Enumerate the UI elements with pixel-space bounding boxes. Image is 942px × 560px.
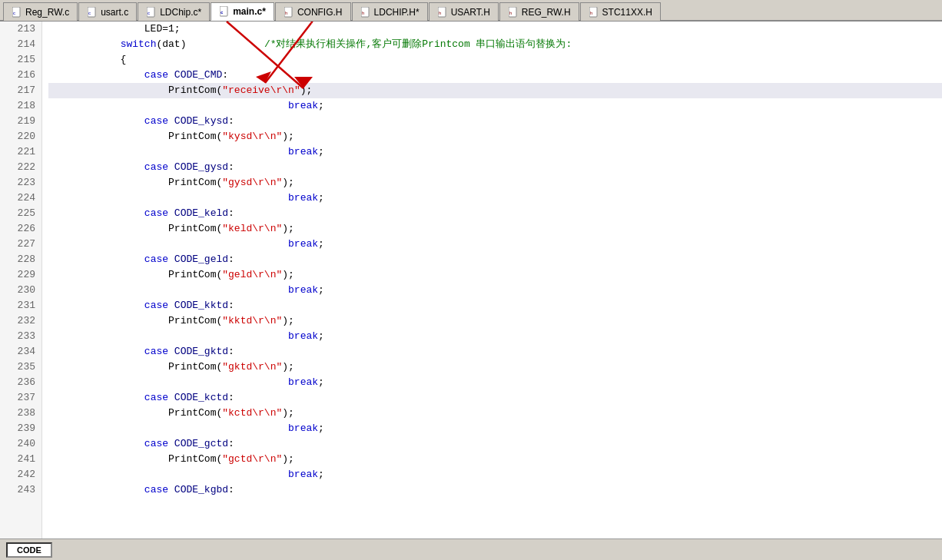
line-number: 216 (0, 68, 41, 83)
tab-usart_c[interactable]: cusart.c (78, 2, 137, 21)
code-line: PrintCom("kysd\r\n"); (48, 129, 942, 144)
line-number: 225 (0, 206, 41, 221)
code-line: case CODE_gktd: (48, 344, 942, 360)
svg-text:h: h (285, 11, 287, 15)
line-number: 234 (0, 344, 41, 360)
code-line: LED=1; (48, 22, 942, 37)
line-numbers: 2132142152162172182192202212222232242252… (0, 22, 42, 560)
tab-CONFIG_H[interactable]: hCONFIG.H (275, 2, 351, 21)
code-content[interactable]: LED=1; switch(dat) /*对结果执行相关操作,客户可删除Prin… (42, 22, 942, 560)
code-line: case CODE_kctd: (48, 390, 942, 406)
code-line: break; (48, 191, 942, 206)
h-file-icon: h (284, 7, 294, 18)
editor: 2132142152162172182192202212222232242252… (0, 22, 942, 560)
tab-label: LDChip.c* (160, 7, 201, 18)
code-line: { (48, 52, 942, 68)
line-number: 230 (0, 283, 41, 298)
tab-REG_RW_H[interactable]: hREG_RW.H (499, 2, 579, 21)
line-number: 220 (0, 129, 41, 144)
code-line: case CODE_gctd: (48, 436, 942, 452)
code-line: break; (48, 467, 942, 482)
code-line: case CODE_kysd: (48, 114, 942, 129)
code-line: break; (48, 144, 942, 160)
code-line: break; (48, 283, 942, 298)
h-file-icon: h (437, 7, 448, 18)
line-number: 227 (0, 237, 41, 252)
code-line: PrintCom("gktd\r\n"); (48, 360, 942, 375)
line-number: 236 (0, 375, 41, 390)
line-number: 239 (0, 421, 41, 436)
c-file-icon: c (146, 7, 157, 18)
code-line: case CODE_geld: (48, 252, 942, 267)
line-number: 219 (0, 114, 41, 129)
c-file-icon: c (219, 6, 230, 17)
tab-LDCHIP_H_[interactable]: hLDCHIP.H* (352, 2, 428, 21)
code-line: break; (48, 329, 942, 344)
line-number: 235 (0, 360, 41, 375)
tab-label: USART.H (451, 7, 490, 18)
tab-bar: cReg_RW.ccusart.ccLDChip.c*cmain.c*hCONF… (0, 0, 942, 22)
code-area: 2132142152162172182192202212222232242252… (0, 22, 942, 560)
line-number: 221 (0, 144, 41, 160)
h-file-icon: h (508, 7, 519, 18)
tab-USART_H[interactable]: hUSART.H (429, 2, 499, 21)
code-line: break; (48, 375, 942, 390)
code-line: case CODE_CMD: (48, 68, 942, 83)
line-number: 213 (0, 22, 41, 37)
tab-label: Reg_RW.c (25, 7, 69, 18)
line-number: 237 (0, 390, 41, 406)
tab-STC11XX_H[interactable]: hSTC11XX.H (580, 2, 661, 21)
c-file-icon: c (12, 7, 22, 18)
line-number: 224 (0, 191, 41, 206)
bottom-bar: CODE (0, 538, 942, 560)
tab-label: STC11XX.H (602, 7, 652, 18)
line-number: 241 (0, 452, 41, 467)
h-file-icon: h (589, 7, 599, 18)
line-number: 242 (0, 467, 41, 482)
svg-text:c: c (148, 11, 150, 15)
code-line: PrintCom("keld\r\n"); (48, 221, 942, 237)
code-line: break; (48, 237, 942, 252)
svg-text:h: h (509, 11, 512, 15)
line-number: 231 (0, 298, 41, 313)
code-line: PrintCom("gctd\r\n"); (48, 452, 942, 467)
code-line: case CODE_keld: (48, 206, 942, 221)
code-line: break; (48, 421, 942, 436)
svg-text:h: h (362, 11, 364, 15)
tab-Reg_RW_c[interactable]: cReg_RW.c (3, 2, 78, 21)
code-line: case CODE_kgbd: (48, 482, 942, 498)
line-number: 243 (0, 482, 41, 498)
code-line: switch(dat) /*对结果执行相关操作,客户可删除Printcom 串口… (48, 37, 942, 52)
code-line: case CODE_gysd: (48, 160, 942, 175)
tab-label: REG_RW.H (522, 7, 571, 18)
tab-main_c_[interactable]: cmain.c* (211, 2, 274, 21)
code-line: PrintCom("kctd\r\n"); (48, 406, 942, 421)
tab-label: CONFIG.H (297, 7, 343, 18)
line-number: 215 (0, 52, 41, 68)
line-number: 232 (0, 313, 41, 329)
line-number: 238 (0, 406, 41, 421)
code-status-item: CODE (6, 542, 52, 558)
line-number: 226 (0, 221, 41, 237)
c-file-icon: c (87, 7, 98, 18)
line-number: 233 (0, 329, 41, 344)
svg-text:h: h (590, 11, 592, 15)
line-number: 217 (0, 83, 41, 98)
tab-label: usart.c (101, 7, 128, 18)
line-number: 228 (0, 252, 41, 267)
line-number: 229 (0, 267, 41, 283)
tab-LDChip_c_[interactable]: cLDChip.c* (138, 2, 210, 21)
svg-text:h: h (439, 11, 441, 15)
code-line: PrintCom("kktd\r\n"); (48, 313, 942, 329)
code-label: CODE (17, 545, 41, 555)
line-number: 214 (0, 37, 41, 52)
code-line: PrintCom("gysd\r\n"); (48, 175, 942, 191)
line-number: 223 (0, 175, 41, 191)
tab-label: main.c* (233, 6, 266, 17)
svg-text:c: c (88, 11, 91, 15)
code-line: break; (48, 98, 942, 114)
h-file-icon: h (360, 7, 371, 18)
code-line: case CODE_kktd: (48, 298, 942, 313)
line-number: 240 (0, 436, 41, 452)
line-number: 218 (0, 98, 41, 114)
